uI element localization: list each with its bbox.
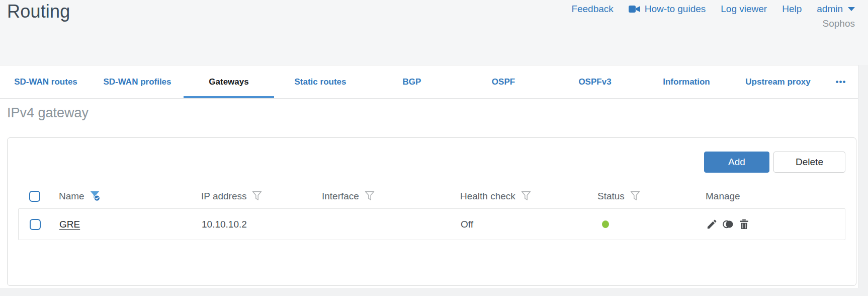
video-camera-icon (629, 5, 641, 14)
manage-actions (706, 218, 845, 230)
funnel-icon[interactable] (364, 190, 375, 202)
column-header-ip-address: IP address (201, 190, 322, 202)
tab-information[interactable]: Information (641, 65, 732, 98)
gateway-table: Name IP address Interface (18, 184, 845, 240)
content-area: IPv4 gateway Add Delete Name IP addre (0, 99, 858, 288)
howto-guides-link[interactable]: How-to guides (629, 4, 706, 15)
tab-bar: SD-WAN routes SD-WAN profiles Gateways S… (0, 65, 858, 99)
page-title: Routing (7, 1, 70, 22)
column-header-health-check: Health check (460, 190, 597, 202)
admin-menu[interactable]: admin (817, 4, 855, 15)
feedback-link[interactable]: Feedback (571, 4, 613, 15)
table-row: GRE 10.10.10.2 Off (18, 208, 845, 240)
table-actions: Add Delete (704, 152, 845, 173)
funnel-icon[interactable] (251, 190, 263, 202)
funnel-icon[interactable] (630, 190, 641, 202)
help-link[interactable]: Help (782, 4, 802, 15)
tab-gateways[interactable]: Gateways (183, 65, 275, 98)
edit-pencil-icon[interactable] (706, 218, 718, 230)
brand-label: Sophos (823, 18, 855, 29)
status-up-indicator (602, 220, 609, 228)
funnel-check-icon[interactable] (90, 190, 101, 202)
tab-static-routes[interactable]: Static routes (275, 65, 366, 98)
header-links: Feedback How-to guides Log viewer Help a… (571, 4, 855, 15)
delete-button[interactable]: Delete (773, 152, 845, 173)
column-header-status: Status (597, 190, 706, 202)
log-viewer-link[interactable]: Log viewer (721, 4, 767, 15)
tab-ospfv3[interactable]: OSPFv3 (549, 65, 641, 98)
clone-icon[interactable] (722, 218, 734, 230)
gateway-name-link[interactable]: GRE (59, 219, 80, 230)
add-button[interactable]: Add (704, 152, 769, 173)
page-header: Routing Feedback How-to guides Log viewe… (0, 0, 868, 65)
tab-upstream-proxy[interactable]: Upstream proxy (732, 65, 824, 98)
delete-trash-icon[interactable] (738, 218, 750, 230)
tab-sdwan-profiles[interactable]: SD-WAN profiles (92, 65, 183, 98)
row-checkbox[interactable] (30, 219, 41, 230)
column-header-interface: Interface (322, 190, 460, 202)
chevron-down-icon (848, 7, 855, 11)
column-header-name: Name (59, 190, 201, 202)
select-all-checkbox[interactable] (29, 191, 40, 202)
section-title: IPv4 gateway (7, 105, 89, 121)
tab-sdwan-routes[interactable]: SD-WAN routes (0, 65, 92, 98)
tab-ospf[interactable]: OSPF (458, 65, 549, 98)
funnel-icon[interactable] (520, 190, 532, 202)
tabs-overflow-button[interactable]: ••• (824, 65, 858, 98)
table-header-row: Name IP address Interface (18, 184, 845, 208)
column-header-manage: Manage (706, 191, 845, 202)
gateway-health-check: Off (461, 219, 598, 230)
gateway-table-card: Add Delete Name IP address (7, 137, 856, 286)
gateway-ip-address: 10.10.10.2 (202, 219, 322, 230)
tab-bgp[interactable]: BGP (366, 65, 458, 98)
